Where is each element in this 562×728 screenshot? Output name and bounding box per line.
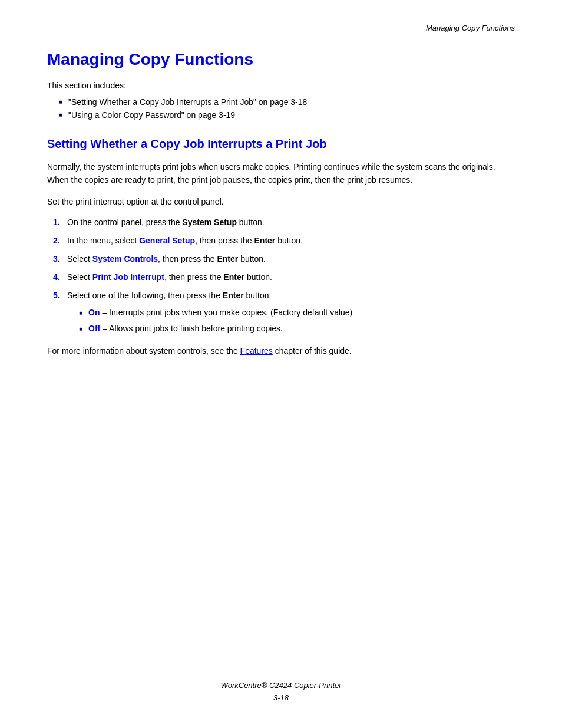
on-label: On [88, 308, 100, 317]
features-link[interactable]: Features [240, 346, 273, 355]
step-2-content: In the menu, select General Setup, then … [67, 235, 515, 247]
step-1: 1. On the control panel, press the Syste… [53, 216, 515, 229]
step-1-bold: System Setup [182, 218, 237, 227]
step-2: 2. In the menu, select General Setup, th… [53, 235, 515, 247]
step-2-blue-bold: General Setup [139, 236, 195, 245]
step-1-num: 1. [53, 216, 67, 229]
intro-text: This section includes: [47, 81, 515, 90]
sub-bullet-list: On – Interrupts print jobs when you make… [79, 307, 515, 335]
step-4-blue-bold: Print Job Interrupt [92, 272, 164, 282]
step-3-blue-bold: System Controls [92, 254, 158, 263]
step-4-num: 4. [53, 271, 67, 284]
step-1-content: On the control panel, press the System S… [67, 216, 515, 229]
toc-item-1-text: "Setting Whether a Copy Job Interrupts a… [68, 97, 307, 107]
footer-note-before: For more information about system contro… [47, 346, 240, 355]
steps-list: 1. On the control panel, press the Syste… [53, 216, 515, 338]
step-5-content: Select one of the following, then press … [67, 289, 515, 338]
sub-item-off-text: Off – Allows print jobs to finish before… [88, 322, 283, 335]
off-label: Off [88, 324, 100, 333]
footer-note-after: chapter of this guide. [273, 346, 352, 355]
page-title: Managing Copy Functions [47, 50, 515, 69]
step-4: 4. Select Print Job Interrupt, then pres… [53, 271, 515, 284]
sub-item-off: Off – Allows print jobs to finish before… [79, 322, 515, 335]
page-container: Managing Copy Functions Managing Copy Fu… [0, 0, 562, 728]
footer-note: For more information about system contro… [47, 344, 515, 357]
toc-item-2: "Using a Color Copy Password" on page 3-… [59, 110, 515, 120]
toc-list: "Setting Whether a Copy Job Interrupts a… [59, 97, 515, 120]
step-3: 3. Select System Controls, then press th… [53, 253, 515, 265]
step-5: 5. Select one of the following, then pre… [53, 289, 515, 338]
step-3-num: 3. [53, 253, 67, 265]
step-5-enter: Enter [223, 291, 244, 300]
page-footer: WorkCentre® C2424 Copier-Printer 3-18 [0, 680, 562, 704]
step-4-enter: Enter [223, 272, 244, 282]
header-right: Managing Copy Functions [47, 24, 515, 32]
sub-item-on-text: On – Interrupts print jobs when you make… [88, 307, 352, 319]
header-right-text: Managing Copy Functions [426, 24, 515, 32]
step-5-num: 5. [53, 289, 67, 302]
footer-line2: 3-18 [0, 692, 562, 704]
step-3-enter: Enter [217, 254, 238, 263]
toc-item-2-text: "Using a Color Copy Password" on page 3-… [68, 110, 235, 120]
step-2-num: 2. [53, 235, 67, 247]
section1-para2: Set the print interrupt option at the co… [47, 195, 515, 208]
section1-para1: Normally, the system interrupts print jo… [47, 160, 515, 187]
step-2-enter: Enter [254, 236, 276, 245]
step-3-content: Select System Controls, then press the E… [67, 253, 515, 265]
step-4-content: Select Print Job Interrupt, then press t… [67, 271, 515, 284]
section1-title: Setting Whether a Copy Job Interrupts a … [47, 137, 515, 151]
sub-item-on: On – Interrupts print jobs when you make… [79, 307, 515, 319]
footer-line1: WorkCentre® C2424 Copier-Printer [0, 680, 562, 692]
toc-item-1: "Setting Whether a Copy Job Interrupts a… [59, 97, 515, 107]
